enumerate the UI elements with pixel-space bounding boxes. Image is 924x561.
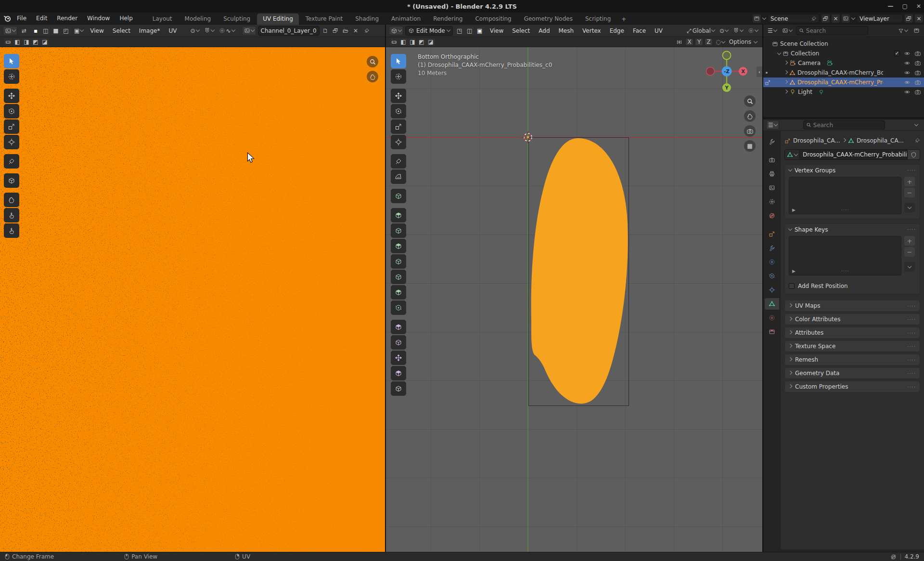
tool-annotate[interactable] [391,154,406,169]
expander-icon[interactable] [784,70,788,74]
remove-vertex-group-button[interactable]: − [904,188,915,197]
tool-add-cube[interactable] [391,189,406,203]
editor-type-button[interactable] [3,26,17,35]
uv-zoom-icon[interactable] [367,56,378,67]
tab-modifier-properties[interactable] [765,242,779,254]
new-image-button[interactable]: 🗋 [321,26,330,35]
uv-select-face-button[interactable]: ■ [51,26,61,35]
transform-orientation-dropdown[interactable]: ⤢ Global [685,26,716,35]
tab-geometry-nodes[interactable]: Geometry Nodes [518,13,578,25]
expander-icon[interactable] [784,60,788,64]
outliner-display-mode-dropdown[interactable]: ☰ [766,26,778,35]
duplicate-image-button[interactable]: 🗗 [332,26,340,35]
outliner-row-light[interactable]: Light [763,87,924,97]
tab-modeling[interactable]: Modeling [179,13,217,25]
tool-extrude-region[interactable] [391,208,406,222]
viewlayer-selector[interactable]: ViewLayer [857,14,903,23]
tab-constraint-properties[interactable] [765,284,779,296]
vp-camera-view-icon[interactable] [744,125,756,137]
tool-shrink-fatten[interactable] [391,351,406,365]
tool-inset-faces[interactable] [391,223,406,238]
vertex-groups-list[interactable]: ▶ ···· [789,177,901,214]
drag-handle[interactable]: ···· [907,330,916,336]
viewlayer-browse-icon[interactable] [842,14,850,23]
minimize-button[interactable]: — [888,3,894,10]
tab-world-properties[interactable] [765,210,779,222]
list-expander[interactable]: ▶ [792,208,796,212]
close-button[interactable]: ✕ [916,3,921,10]
navigation-gizmo[interactable]: X Y -Z [704,50,750,96]
uv-tool-transform[interactable] [4,135,19,149]
tab-texture-properties[interactable] [765,326,779,338]
remesh-panel-header[interactable]: Remesh ···· [784,354,920,365]
geometry-data-panel-header[interactable]: Geometry Data ···· [784,367,920,379]
mirror-z-button[interactable]: Z [705,38,713,46]
tab-tool-properties[interactable] [765,136,779,147]
breadcrumb-data[interactable]: Drosophila_CA... [857,137,904,144]
color-attributes-panel-header[interactable]: Color Attributes ···· [784,313,920,325]
tool-select-box[interactable] [391,54,406,68]
vp-menu-vertex[interactable]: Vertex [579,26,604,36]
uv-selectmode-set-button[interactable]: ▭ [4,38,13,46]
sidebar-toggle-arrow[interactable]: ‹ [757,66,762,77]
render-camera-icon[interactable] [914,50,921,57]
unlink-scene-button[interactable]: ✕ [832,14,840,23]
uv-tool-pinch[interactable] [4,223,19,238]
menu-file[interactable]: File [13,13,31,23]
vp-zoom-icon[interactable] [744,95,756,107]
uv-maps-panel-header[interactable]: UV Maps ···· [784,300,920,312]
render-camera-icon[interactable] [914,69,921,76]
vp-menu-edge[interactable]: Edge [606,26,628,36]
blender-logo-icon[interactable] [3,14,12,23]
gizmo-axis-x-neg[interactable] [706,67,715,76]
tool-shear[interactable] [391,366,406,380]
uv-canvas[interactable] [0,47,385,552]
uv-tool-move[interactable] [4,89,19,103]
outliner-filter-button[interactable] [897,26,909,35]
uv-tool-rip-region[interactable] [4,173,19,188]
uv-tool-select-box[interactable] [4,54,19,68]
pivot-point-dropdown[interactable]: ⊙ [718,26,730,35]
render-camera-icon[interactable] [914,60,921,66]
drag-handle[interactable]: ···· [907,357,916,363]
expander-icon[interactable] [784,79,788,83]
hide-eye-icon[interactable] [904,89,911,95]
tab-shading[interactable]: Shading [349,13,385,25]
image-name-field[interactable]: Channel_0_Layer_0 [258,26,320,36]
tab-rendering[interactable]: Rendering [427,13,468,25]
datablock-name-field[interactable]: Drosophila_CAAX-mCherry_Probabilitie... [800,149,908,160]
selectmode-intersect-button[interactable]: ◪ [426,38,435,46]
uv-pivot-dropdown[interactable]: ⊙ [189,26,200,35]
hide-eye-icon[interactable] [904,60,911,66]
tab-scene-properties[interactable] [765,196,779,208]
vp-menu-select[interactable]: Select [509,26,533,36]
tool-bevel[interactable] [391,239,406,253]
menu-edit[interactable]: Edit [32,13,51,23]
uv-select-edge-button[interactable]: ◫ [41,26,51,35]
drag-handle[interactable]: ···· [907,303,916,309]
outliner-row-collection[interactable]: Collection ✓ [763,49,924,58]
expander-icon[interactable] [777,51,781,54]
list-expander[interactable]: ▶ [792,269,796,274]
mirror-x-button[interactable]: X [685,38,693,46]
editor-type-button[interactable] [389,26,403,35]
uv-select-vertex-button[interactable]: ▪ [31,26,40,35]
uv-menu-uv[interactable]: UV [165,26,180,36]
select-face-mode-button[interactable]: ▣ [475,26,485,35]
uv-selectmode-subtract-button[interactable]: ◨ [22,38,31,46]
tab-layout[interactable]: Layout [147,13,178,25]
uv-tool-grab[interactable] [4,193,19,207]
datablock-browse-button[interactable] [784,149,800,160]
render-camera-icon[interactable] [914,79,921,86]
mode-dropdown[interactable]: Edit Mode [405,26,453,36]
tool-transform[interactable] [391,135,406,149]
tool-move[interactable] [391,89,406,103]
tab-uv-editing[interactable]: UV Editing [257,13,299,25]
properties-search-input[interactable]: Search [803,120,885,130]
uv-tool-cursor[interactable] [4,69,19,84]
uv-menu-view[interactable]: View [87,26,107,36]
collection-checkbox[interactable]: ✓ [894,51,900,56]
selectmode-set-button[interactable]: ▭ [390,38,398,46]
render-camera-icon[interactable] [914,89,921,95]
add-shape-key-button[interactable]: + [904,236,915,246]
